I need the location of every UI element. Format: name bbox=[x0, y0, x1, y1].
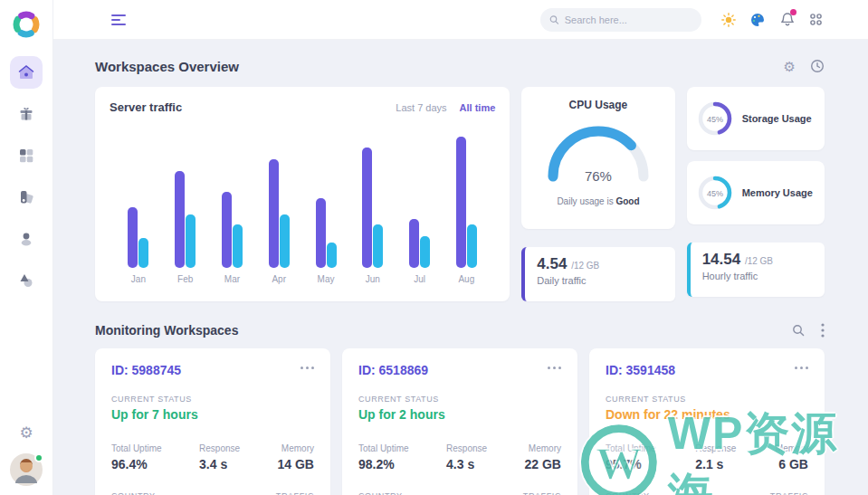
app-logo[interactable] bbox=[10, 8, 43, 41]
cpu-gauge: 76% bbox=[542, 124, 654, 182]
sidebar-bottom: ⚙ bbox=[10, 425, 43, 495]
sidebar-item-components[interactable] bbox=[10, 264, 43, 297]
overview-settings-icon[interactable]: ⚙ bbox=[784, 60, 796, 73]
history-icon[interactable] bbox=[810, 59, 825, 73]
sidebar-item-products[interactable] bbox=[10, 98, 43, 130]
storage-usage-label: Storage Usage bbox=[742, 113, 812, 124]
memory-usage-ring: 45% bbox=[696, 174, 734, 212]
storage-usage-card: 45% Storage Usage bbox=[687, 87, 825, 150]
hourly-traffic-unit: /12 GB bbox=[745, 256, 773, 266]
bar-group: Apr bbox=[255, 123, 302, 284]
svg-text:W: W bbox=[596, 437, 643, 489]
sidebar-item-design[interactable] bbox=[10, 181, 43, 214]
page-title: Workspaces Overview bbox=[95, 59, 239, 74]
bar-group: Jul bbox=[396, 123, 444, 284]
traffic-chart: JanFebMarAprMayJunJulAug bbox=[110, 123, 495, 284]
filter-all-time[interactable]: All time bbox=[460, 102, 496, 113]
monitoring-kebab-icon[interactable] bbox=[821, 323, 825, 338]
gift-icon bbox=[18, 106, 34, 122]
sun-icon bbox=[721, 13, 736, 27]
cpu-usage-title: CPU Usage bbox=[569, 99, 628, 111]
primary-bar bbox=[222, 192, 232, 268]
user-avatar[interactable] bbox=[10, 453, 43, 486]
filter-last-7-days[interactable]: Last 7 days bbox=[396, 102, 446, 113]
secondary-bar bbox=[327, 243, 337, 268]
daily-traffic-value: 4.54 bbox=[537, 255, 567, 272]
wordpress-logo-icon: W bbox=[576, 419, 663, 495]
workspace-kebab-icon[interactable] bbox=[795, 363, 808, 369]
pinwheel-logo-icon bbox=[12, 10, 41, 39]
workspace-kebab-icon[interactable] bbox=[300, 363, 314, 369]
user-icon bbox=[18, 231, 34, 247]
secondary-bar bbox=[420, 236, 430, 268]
metric-response: Response 3.4 s bbox=[199, 443, 240, 471]
bar-group: Jan bbox=[115, 123, 162, 284]
workspace-kebab-icon[interactable] bbox=[548, 363, 561, 369]
sidebar-item-apps[interactable] bbox=[10, 139, 43, 172]
cpu-usage-value: 76% bbox=[542, 168, 654, 184]
settings-gear-icon[interactable]: ⚙ bbox=[19, 425, 33, 441]
traffic-stat-card: 4.54 /12 GB Daily traffic bbox=[521, 247, 674, 301]
home-icon bbox=[18, 64, 34, 81]
sidebar-nav bbox=[10, 56, 43, 297]
workspace-card: ID: 6518869 CURRENT STATUS Up for 2 hour… bbox=[342, 348, 577, 495]
workspace-footer: COUNTRYTRAFFIC bbox=[111, 491, 314, 495]
secondary-bar bbox=[373, 224, 383, 268]
svg-text:45%: 45% bbox=[707, 115, 723, 124]
bar-group: Feb bbox=[162, 123, 209, 284]
secondary-bar bbox=[467, 224, 477, 268]
notification-badge-dot bbox=[790, 9, 796, 15]
apps-grid-icon bbox=[809, 13, 823, 26]
online-status-dot bbox=[34, 453, 43, 462]
search-input[interactable] bbox=[565, 14, 692, 25]
bar-group: Mar bbox=[209, 123, 256, 284]
x-axis-label: Jul bbox=[414, 274, 425, 284]
metric-response: Response 4.3 s bbox=[446, 443, 487, 471]
workspace-footer: COUNTRYTRAFFIC bbox=[358, 491, 561, 495]
workspace-id: ID: 6518869 bbox=[358, 363, 428, 377]
monitoring-search-icon[interactable] bbox=[792, 324, 805, 337]
topbar-icons bbox=[721, 12, 823, 27]
swatch-icon bbox=[18, 189, 34, 205]
sidebar-item-users[interactable] bbox=[10, 223, 43, 255]
search-icon bbox=[549, 14, 559, 25]
apps-grid-button[interactable] bbox=[809, 13, 823, 26]
workspace-status: Up for 2 hours bbox=[358, 407, 561, 422]
topbar bbox=[53, 0, 868, 40]
workspace-status: Up for 7 hours bbox=[111, 407, 314, 422]
menu-toggle-button[interactable] bbox=[111, 14, 126, 25]
primary-bar bbox=[316, 198, 326, 268]
sidebar-item-home[interactable] bbox=[10, 56, 43, 89]
svg-text:45%: 45% bbox=[707, 189, 723, 198]
watermark-text: WP资源海 bbox=[668, 404, 868, 495]
secondary-bar bbox=[280, 214, 290, 268]
workspace-status-label: CURRENT STATUS bbox=[606, 395, 808, 404]
x-axis-label: Apr bbox=[272, 274, 286, 284]
primary-bar bbox=[175, 171, 185, 268]
page-header: Workspaces Overview ⚙ bbox=[95, 54, 825, 78]
monitoring-title: Monitoring Workspaces bbox=[95, 323, 238, 338]
search-box[interactable] bbox=[540, 8, 701, 32]
workspace-id: ID: 5988745 bbox=[111, 363, 181, 377]
metric-total-uptime: Total Uptime 96.4% bbox=[111, 443, 162, 471]
primary-bar bbox=[128, 207, 138, 268]
server-traffic-card: Server traffic Last 7 days All time JanF… bbox=[95, 87, 510, 301]
bar-group: Aug bbox=[443, 123, 490, 284]
daily-traffic-unit: /12 GB bbox=[571, 261, 599, 271]
shapes-icon bbox=[18, 272, 34, 289]
secondary-bar bbox=[233, 224, 243, 268]
metric-total-uptime: Total Uptime 98.2% bbox=[358, 443, 409, 471]
primary-bar bbox=[362, 148, 372, 268]
bar-group: May bbox=[302, 123, 349, 284]
hourly-traffic-value: 14.54 bbox=[702, 251, 741, 268]
cpu-usage-card: CPU Usage 76% Daily usage is Good bbox=[521, 87, 674, 229]
theme-sun-button[interactable] bbox=[721, 13, 736, 27]
primary-bar bbox=[269, 159, 279, 268]
hourly-traffic-label: Hourly traffic bbox=[702, 271, 813, 281]
theme-palette-button[interactable] bbox=[750, 13, 766, 27]
x-axis-label: Jan bbox=[131, 274, 146, 284]
watermark: W WP资源海 bbox=[576, 404, 868, 495]
workspace-status-label: CURRENT STATUS bbox=[111, 395, 314, 404]
sidebar: ⚙ bbox=[0, 0, 53, 495]
notifications-button[interactable] bbox=[780, 12, 795, 27]
